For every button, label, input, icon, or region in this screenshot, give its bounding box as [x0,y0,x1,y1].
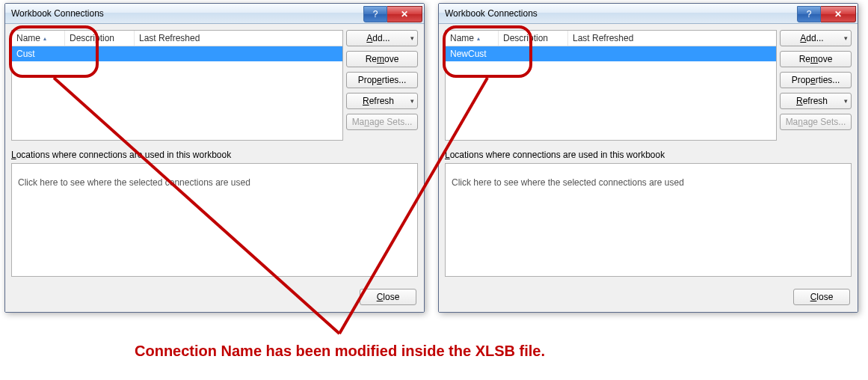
refresh-button[interactable]: Refresh [780,93,852,109]
connections-list[interactable]: Name ▴ Description Last Refreshed NewCus… [445,30,777,141]
side-buttons: Add... Remove Properties... Refresh Mana… [780,30,852,130]
manage-sets-button: Manage Sets... [780,114,852,130]
cell-name: Cust [16,49,35,59]
dialog-body: Name ▴ Description Last Refreshed Cust A… [5,24,424,313]
close-button[interactable]: Close [793,289,850,305]
workbook-connections-dialog-left: Workbook Connections ? ✕ Name ▴ Descript… [4,3,425,313]
dialog-body: Name ▴ Description Last Refreshed NewCus… [439,24,858,313]
title-text: Workbook Connections [11,8,363,19]
titlebar-buttons: ? ✕ [797,6,856,21]
connections-list[interactable]: Name ▴ Description Last Refreshed Cust [11,30,343,141]
add-button[interactable]: Add... [780,30,852,46]
add-button[interactable]: Add... [346,30,418,46]
locations-panel[interactable]: Click here to see where the selected con… [11,163,418,277]
col-name[interactable]: Name ▴ [446,31,499,46]
list-header: Name ▴ Description Last Refreshed [12,31,342,46]
titlebar[interactable]: Workbook Connections ? ✕ [5,4,424,24]
locations-label: Locations where connections are used in … [445,150,665,160]
table-row[interactable]: NewCust [446,46,776,61]
locations-hint: Click here to see where the selected con… [452,177,684,188]
col-name-label: Name [16,33,40,43]
close-icon[interactable]: ✕ [821,6,856,22]
title-text: Workbook Connections [445,8,797,19]
properties-button[interactable]: Properties... [780,72,852,88]
col-name[interactable]: Name ▴ [12,31,65,46]
workbook-connections-dialog-right: Workbook Connections ? ✕ Name ▴ Descript… [438,3,858,313]
titlebar[interactable]: Workbook Connections ? ✕ [439,4,858,24]
remove-button[interactable]: Remove [780,51,852,67]
table-row[interactable]: Cust [12,46,342,61]
help-icon[interactable]: ? [797,6,821,22]
sort-asc-icon: ▴ [477,35,480,42]
side-buttons: Add... Remove Properties... Refresh Mana… [346,30,418,130]
list-header: Name ▴ Description Last Refreshed [446,31,776,46]
col-name-label: Name [450,33,474,43]
locations-hint: Click here to see where the selected con… [18,177,250,188]
remove-button[interactable]: Remove [346,51,418,67]
col-last-refreshed[interactable]: Last Refreshed [568,31,776,46]
titlebar-buttons: ? ✕ [363,6,422,21]
refresh-button[interactable]: Refresh [346,93,418,109]
annotation-text: Connection Name has been modified inside… [135,343,545,360]
locations-label: Locations where connections are used in … [11,150,231,160]
cell-name: NewCust [450,49,487,59]
sort-asc-icon: ▴ [43,35,46,42]
close-button[interactable]: Close [360,289,416,305]
col-last-refreshed[interactable]: Last Refreshed [135,31,342,46]
help-icon[interactable]: ? [363,6,387,22]
col-description[interactable]: Description [499,31,568,46]
locations-panel[interactable]: Click here to see where the selected con… [445,163,852,277]
close-row: Close [793,289,850,305]
properties-button[interactable]: Properties... [346,72,418,88]
close-row: Close [360,289,416,305]
col-description[interactable]: Description [65,31,135,46]
manage-sets-button: Manage Sets... [346,114,418,130]
close-icon[interactable]: ✕ [387,6,422,22]
